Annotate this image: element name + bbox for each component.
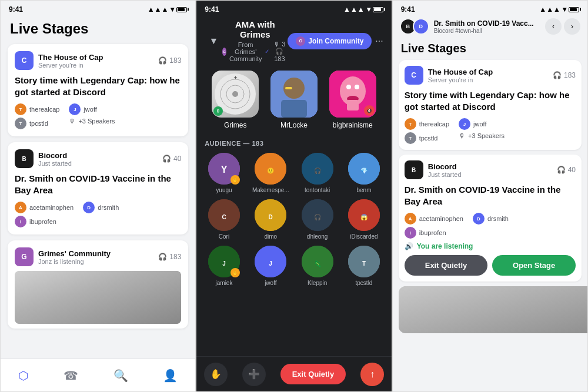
join-btn-label: Join Community [308, 37, 363, 45]
multi-avatar-2: D [413, 18, 429, 35]
speaker-tpcstld: T tpcstld [15, 118, 59, 129]
more-options-button[interactable]: ↑ [360, 363, 384, 386]
screen-3: 9:41 ▲▲▲ ▾ B D Dr. Smith on COVID-19 Vac… [392, 0, 588, 392]
headphone-icon-3: 🎧 [158, 253, 167, 261]
avatar-tpcstld: T [15, 118, 26, 129]
time-1: 9:41 [9, 5, 23, 14]
stage-card-2[interactable]: B Biocord Just started 🎧 40 Dr. Smith on… [8, 142, 188, 234]
s3-headphone-count-1: 🎧 183 [553, 71, 576, 79]
speaker-more: 🎙 +3 Speakers [69, 118, 115, 125]
avatar-idiscarded: 😱 [348, 199, 380, 231]
back-chevron[interactable]: ▼ [205, 36, 222, 46]
mrlocke-svg [270, 71, 318, 118]
screen-1: 9:41 ▲▲▲ ▾ Live Stages C The House of Ca… [0, 0, 196, 392]
status-bar-3: 9:41 ▲▲▲ ▾ [393, 1, 587, 16]
name-cori: Cori [219, 233, 229, 240]
svg-text:😱: 😱 [360, 213, 368, 221]
from-text-label: From Grimes' Community [228, 41, 263, 62]
community-sub: Jonz is listening [38, 258, 111, 265]
s3-server-info-1: C The House of Cap Server you're in [405, 66, 493, 85]
avatar-jwoff-2: J [255, 246, 286, 277]
s2-stage-name: AMA with Grimes [222, 19, 288, 39]
mrlocke-avatar-wrap [270, 71, 318, 118]
name-kleppin: Kleppin [308, 280, 327, 286]
time-3: 9:41 [401, 5, 415, 14]
avatar-dimo: D [255, 199, 286, 231]
s3-stage-card-1[interactable]: C The House of Cap Server you're in 🎧 18… [399, 60, 582, 150]
audience-member-jwoff: J jwoff [250, 246, 291, 286]
s3-avatar-therealcap: T [405, 118, 416, 130]
name-jwoff: jwoff [265, 280, 276, 286]
community-card[interactable]: G Grimes' Community Jonz is listening 🎧 … [8, 240, 188, 329]
open-stage-button[interactable]: Open Stage [492, 255, 576, 276]
name-yuugu: yuugu [216, 187, 232, 193]
s3-speaker-col-right-2: D drsmith [473, 213, 509, 239]
s3-stage-card-2[interactable]: B Biocord Just started 🎧 40 Dr. Smith on… [399, 155, 582, 282]
forward-button-3[interactable]: › [564, 18, 580, 35]
nav-calls[interactable]: ☎ [64, 368, 78, 383]
status-icons-2: ▲▲▲ ▾ [343, 5, 383, 14]
s3-speaker-drsmith: D drsmith [473, 213, 509, 225]
headphone-num-2: 40 [173, 155, 181, 163]
add-person-button[interactable]: ➕ [242, 363, 266, 386]
nav-profile[interactable]: 👤 [163, 368, 178, 383]
s2-top-bar: ▼ AMA with Grimes G From Grimes' Communi… [196, 16, 391, 66]
card2-header: B Biocord Just started 🎧 40 [15, 149, 181, 168]
headphone-num-1: 183 [169, 56, 181, 65]
community-header: G Grimes' Community Jonz is listening 🎧 … [15, 247, 181, 266]
name-dhleong: dhleong [307, 233, 328, 240]
s3-speaker-acetaminophen: A acetaminophen [405, 213, 463, 225]
s3-speaker-name-therealcap: therealcap [419, 120, 449, 128]
s3-server-info-2: B Biocord Just started [405, 160, 462, 179]
svg-rect-14 [347, 100, 359, 110]
status-icons-3: ▲▲▲ ▾ [539, 5, 579, 14]
svg-text:🦎: 🦎 [314, 260, 322, 267]
exit-quietly-button-3[interactable]: Exit Quietly [405, 255, 488, 276]
name-idiscarded: iDiscarded [350, 233, 377, 240]
s3-card2-header: B Biocord Just started 🎧 40 [405, 160, 576, 179]
back-button-3[interactable]: ‹ [545, 18, 562, 35]
time-2: 9:41 [205, 5, 219, 14]
name-tontontaki: tontontaki [305, 187, 330, 193]
stage-title-1: Story time with Legendary Cap: how he go… [15, 75, 181, 98]
audience-member-idiscarded: 😱 iDiscarded [343, 199, 384, 240]
speaker-ibuprofen: I ibuprofen [15, 216, 74, 227]
avatar-jwoff: J [69, 103, 81, 115]
avatar-therealcap: T [15, 103, 26, 115]
server-name-2: Biocord [38, 151, 72, 160]
s3-bottom-image [399, 286, 588, 333]
status-icons-1: ▲▲▲ ▾ [148, 5, 188, 14]
avatar-drsmith: D [83, 202, 95, 213]
join-community-button[interactable]: G Join Community [288, 33, 372, 49]
community-mini-icon: G [222, 48, 226, 56]
speakers-section-2: ✦ 🎙 Grimes [196, 66, 391, 134]
speaker-col-left-1: T therealcap T tpcstld [15, 103, 59, 129]
speaker-card-mrlocke: MrLocke [269, 71, 318, 129]
s3-headphone-icon-2: 🎧 [557, 166, 566, 174]
more-options[interactable]: ··· [375, 36, 383, 46]
headphone-icon-1: 🎧 [158, 56, 167, 65]
nav-search[interactable]: 🔍 [113, 368, 128, 383]
stage-card-1[interactable]: C The House of Cap Server you're in 🎧 18… [8, 44, 188, 136]
s2-from-text: G From Grimes' Community ✓ 🎙 3 🎧 183 [222, 41, 288, 62]
svg-text:💎: 💎 [360, 167, 368, 175]
s3-avatar-drsmith: D [473, 213, 485, 225]
channel-sub: Biocord #town-hall [434, 28, 534, 34]
wifi-icon-2: ▾ [367, 5, 370, 14]
speaker-name-drsmith: drsmith [98, 204, 119, 211]
exit-quietly-button-2[interactable]: Exit Quietly [280, 364, 346, 384]
nav-discord[interactable]: ⬡ [18, 368, 28, 383]
s3-bottom-image-inner [399, 286, 588, 333]
wifi-icon-3: ▾ [563, 5, 566, 14]
s3-server-icon-cap: C [405, 66, 423, 85]
name-dimo: dimo [264, 233, 277, 240]
headphone-count-2: 🎧 40 [162, 155, 181, 163]
svg-text:✦: ✦ [233, 75, 238, 81]
live-stages-title-3: Live Stages [393, 39, 587, 60]
hand-raise-button[interactable]: ✋ [204, 363, 228, 386]
channel-title: Dr. Smith on COVID-19 Vacc... [434, 19, 534, 28]
s3-speakers-1: T therealcap T tpcstld J jwoff 🎙 [405, 118, 576, 144]
community-name: Grimes' Community [38, 249, 111, 258]
screen1-header: Live Stages [1, 16, 195, 44]
s3-server-text-1: The House of Cap Server you're in [428, 68, 493, 83]
